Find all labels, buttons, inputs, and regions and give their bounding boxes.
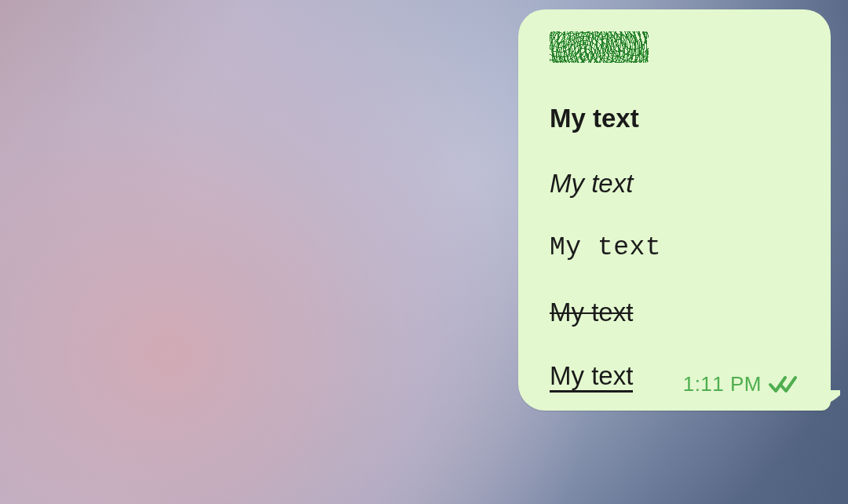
spoiler-noise [550,31,649,63]
message-line-bold: My text [550,104,799,133]
message-timestamp: 1:11 PM [683,372,762,396]
message-content: My text My text My text My text My text [550,31,799,393]
spoiler-mask[interactable] [550,31,649,63]
double-check-icon [768,374,799,395]
outgoing-message[interactable]: My text My text My text My text My text … [518,9,831,411]
message-line-italic: My text [550,170,799,198]
message-line-monospace: My text [550,234,799,262]
chat-area: My text My text My text My text My text … [0,0,848,504]
message-line-strikethrough: My text [550,298,799,327]
message-bubble: My text My text My text My text My text … [518,9,831,411]
message-line-underline: My text [550,363,633,393]
message-line-spoiler[interactable] [550,31,799,68]
